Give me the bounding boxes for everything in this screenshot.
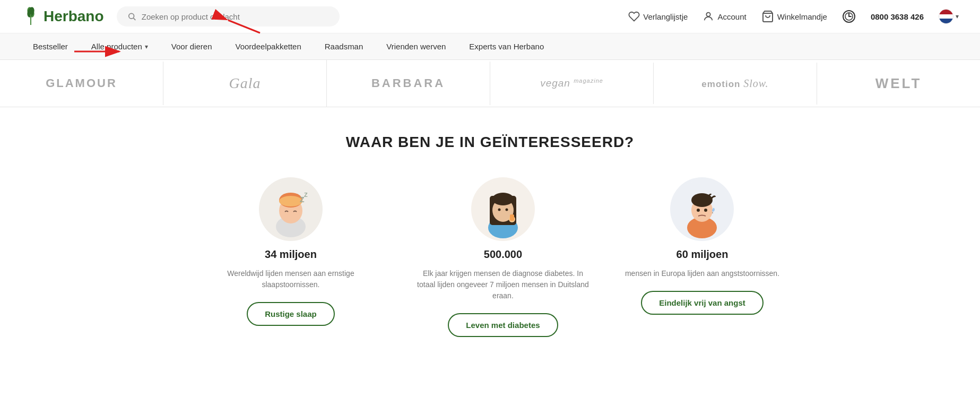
media-logo-vegan: vegan magazine bbox=[490, 63, 654, 104]
nav-item-voordeelpakketten[interactable]: Voordeelpakketten bbox=[224, 33, 313, 59]
media-logo-emotion: emotion Slow. bbox=[654, 63, 817, 105]
svg-point-17 bbox=[279, 196, 302, 206]
cart-label: Winkelmandje bbox=[777, 12, 827, 21]
nav-item-voor-dieren[interactable]: Voor dieren bbox=[160, 33, 224, 59]
svg-text:Z: Z bbox=[304, 192, 308, 198]
card-diabetes-stat: 500.000 bbox=[484, 248, 522, 261]
card-diabetes-button[interactable]: Leven met diabetes bbox=[448, 313, 558, 337]
cart-icon bbox=[761, 10, 774, 23]
card-anxiety-button[interactable]: Eindelijk vrij van angst bbox=[641, 291, 764, 315]
nav-bar: Bestseller Alle producten ▾ Voor dieren … bbox=[0, 33, 980, 60]
user-icon bbox=[703, 11, 714, 22]
search-input[interactable] bbox=[142, 12, 329, 21]
heart-icon bbox=[628, 11, 640, 22]
media-logo-welt: WELT bbox=[817, 61, 980, 107]
logo[interactable]: Herbano bbox=[21, 7, 106, 26]
card-sleep-button[interactable]: Rustige slaap bbox=[247, 302, 335, 326]
card-anxiety-stat: 60 miljoen bbox=[677, 248, 729, 261]
card-sleep: Z Z 34 miljoen Wereldwijd lijden mensen … bbox=[201, 177, 381, 326]
svg-point-26 bbox=[505, 209, 508, 211]
media-logos-bar: GLAMOUR Gala BARBARA vegan magazine emot… bbox=[0, 60, 980, 107]
wishlist-button[interactable]: Verlanglijstje bbox=[628, 11, 688, 22]
card-diabetes-desc: Elk jaar krijgen mensen de diagnose diab… bbox=[413, 268, 593, 301]
logo-icon bbox=[21, 7, 40, 26]
diabetes-illustration bbox=[474, 180, 532, 238]
search-bar[interactable] bbox=[117, 6, 340, 27]
avatar-anxiety bbox=[670, 177, 734, 241]
svg-point-24 bbox=[492, 193, 514, 205]
svg-point-34 bbox=[704, 209, 707, 212]
header: Herbano Verlanglijstje bbox=[0, 0, 980, 33]
cart-button[interactable]: Winkelmandje bbox=[761, 10, 827, 23]
timer-icon bbox=[842, 10, 856, 23]
card-anxiety-desc: mensen in Europa lijden aan angststoorni… bbox=[625, 268, 779, 279]
logo-text: Herbano bbox=[44, 8, 104, 25]
nav-item-vrienden-werven[interactable]: Vrienden werven bbox=[375, 33, 457, 59]
section-title: WAAR BEN JE IN GEÏNTERESSEERD? bbox=[21, 134, 959, 151]
nav-item-raadsman[interactable]: Raadsman bbox=[313, 33, 375, 59]
nav-item-alle-producten[interactable]: Alle producten ▾ bbox=[80, 33, 160, 59]
card-diabetes: 500.000 Elk jaar krijgen mensen de diagn… bbox=[413, 177, 593, 337]
svg-point-25 bbox=[498, 209, 500, 211]
svg-point-33 bbox=[697, 209, 700, 212]
svg-line-8 bbox=[134, 18, 136, 20]
avatar-diabetes bbox=[471, 177, 535, 241]
card-anxiety: 60 miljoen mensen in Europa lijden aan a… bbox=[625, 177, 779, 315]
anxiety-illustration bbox=[673, 180, 731, 238]
svg-point-9 bbox=[707, 13, 710, 16]
cart-icon-wrapper bbox=[761, 10, 774, 23]
nav-item-bestseller[interactable]: Bestseller bbox=[21, 33, 80, 59]
svg-point-7 bbox=[129, 13, 134, 19]
language-selector[interactable]: ▾ bbox=[939, 9, 959, 24]
account-label: Account bbox=[717, 12, 746, 21]
chevron-down-icon: ▾ bbox=[956, 13, 959, 20]
account-button[interactable]: Account bbox=[703, 11, 746, 22]
avatar-sleep: Z Z bbox=[259, 177, 323, 241]
media-logo-glamour: GLAMOUR bbox=[0, 62, 163, 105]
svg-rect-28 bbox=[510, 214, 514, 221]
media-logo-barbara: BARBARA bbox=[327, 62, 490, 105]
chevron-down-icon: ▾ bbox=[145, 43, 148, 50]
nav-item-experts[interactable]: Experts van Herbano bbox=[457, 33, 556, 59]
header-actions: Verlanglijstje Account bbox=[628, 9, 959, 24]
timer-button[interactable] bbox=[842, 10, 856, 23]
media-logo-gala: Gala bbox=[163, 60, 327, 107]
card-sleep-desc: Wereldwijd lijden mensen aan ernstige sl… bbox=[201, 268, 381, 290]
sleep-illustration: Z Z bbox=[262, 180, 320, 238]
phone-number: 0800 3638 426 bbox=[871, 12, 924, 21]
card-sleep-stat: 34 miljoen bbox=[265, 248, 317, 261]
search-icon bbox=[127, 12, 136, 21]
cards-row: Z Z 34 miljoen Wereldwijd lijden mensen … bbox=[21, 177, 959, 337]
main-content: WAAR BEN JE IN GEÏNTERESSEERD? bbox=[0, 107, 980, 369]
flag-icon bbox=[939, 9, 953, 24]
wishlist-label: Verlanglijstje bbox=[643, 12, 688, 21]
